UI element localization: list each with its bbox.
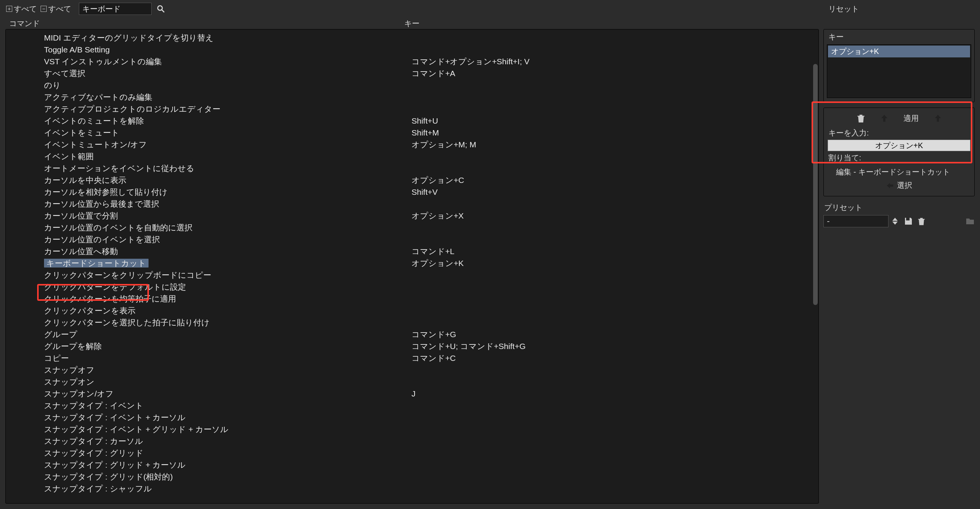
key-label: オプション+X (412, 210, 818, 221)
command-label: Toggle A/B Setting (44, 45, 110, 54)
command-row[interactable]: Toggle A/B Setting (6, 44, 818, 55)
preset-select[interactable]: - (823, 215, 889, 227)
select-label: 選択 (897, 180, 912, 191)
command-label: クリックパターンをデフォルトに設定 (44, 282, 186, 291)
reset-button[interactable]: リセット (828, 4, 859, 14)
command-row[interactable]: クリックパターンをデフォルトに設定 (6, 281, 818, 293)
command-row[interactable]: カーソル位置のイベントを選択 (6, 233, 818, 245)
assigned-keys-panel: キー オプション+K (823, 29, 975, 102)
keys-header: キー (827, 31, 971, 44)
arrow-up-icon[interactable] (880, 114, 888, 122)
preset-spinner[interactable] (892, 215, 900, 227)
command-label: スナップタイプ : イベント (44, 401, 144, 410)
command-label: キーボードショートカット (44, 259, 149, 268)
command-row[interactable]: スナップオフ (6, 364, 818, 376)
key-list[interactable]: オプション+K (827, 44, 971, 98)
command-row[interactable]: カーソル位置で分割オプション+X (6, 210, 818, 222)
command-row[interactable]: グループを解除コマンド+U; コマンド+Shift+G (6, 340, 818, 352)
expand-all-button[interactable]: + すべて (6, 4, 37, 14)
command-row[interactable]: クリックパターンを均等拍子に適用 (6, 293, 818, 305)
command-label: カーソル位置のイベントを自動的に選択 (44, 223, 193, 232)
trash-icon[interactable] (857, 113, 865, 123)
scrollbar[interactable] (813, 64, 818, 305)
search-input[interactable] (79, 3, 152, 15)
key-label: コマンド+U; コマンド+Shift+G (412, 341, 818, 352)
command-row[interactable]: クリックパターンを選択した拍子に貼り付け (6, 316, 818, 328)
key-input[interactable] (828, 140, 970, 151)
assigned-label: 割り当て: (828, 153, 970, 163)
preset-panel: プリセット - (823, 202, 975, 227)
folder-icon[interactable] (965, 217, 975, 226)
expand-all-label: すべて (14, 4, 37, 14)
command-row[interactable]: アクティブなパートのみ編集 (6, 91, 818, 103)
search-icon[interactable] (155, 3, 166, 14)
save-icon[interactable] (904, 217, 913, 226)
apply-panel: 適用 キーを入力: 割り当て: 編集 - キーボードショートカット 選択 (823, 108, 975, 196)
command-row[interactable]: スナップタイプ : グリッド + カーソル (6, 459, 818, 471)
columns-header: コマンド キー (0, 18, 980, 29)
command-row[interactable]: VST インストゥルメントの編集コマンド+オプション+Shift+I; V (6, 55, 818, 67)
command-label: カーソル位置で分割 (44, 211, 118, 220)
command-row[interactable]: スナップタイプ : イベント (6, 400, 818, 411)
command-row[interactable]: スナップタイプ : グリッド(相対的) (6, 471, 818, 483)
command-row[interactable]: スナップタイプ : カーソル (6, 435, 818, 447)
command-label: スナップタイプ : グリッド + カーソル (44, 460, 186, 469)
command-row[interactable]: クリックパターンをクリップボードにコピー (6, 269, 818, 281)
preset-value: - (827, 216, 830, 226)
command-row[interactable]: MIDI エディターのグリッドタイプを切り替え (6, 32, 818, 44)
command-label: イベントのミュートを解除 (44, 116, 144, 125)
svg-point-0 (158, 6, 162, 10)
key-label: コマンド+A (412, 68, 818, 79)
key-input-label: キーを入力: (828, 128, 970, 138)
command-row[interactable]: アクティブプロジェクトのロジカルエディター (6, 103, 818, 115)
command-label: アクティブなパートのみ編集 (44, 93, 152, 101)
arrow-left-icon[interactable] (886, 181, 894, 190)
command-row[interactable]: スナップオン (6, 376, 818, 388)
command-row[interactable]: カーソルを中央に表示オプション+C (6, 174, 818, 186)
svg-line-1 (162, 10, 164, 12)
command-row[interactable]: スナップオン/オフJ (6, 388, 818, 400)
command-row[interactable]: イベント範囲 (6, 150, 818, 162)
key-label: コマンド+G (412, 329, 818, 340)
column-header-command: コマンド (9, 18, 404, 29)
command-row[interactable]: イベントをミュートShift+M (6, 127, 818, 139)
command-row[interactable]: クリックパターンを表示 (6, 305, 818, 316)
command-label: コピー (44, 354, 69, 362)
command-row[interactable]: スナップタイプ : シャッフル (6, 483, 818, 494)
command-label: グループ (44, 330, 77, 339)
column-header-key: キー (404, 18, 980, 29)
chevron-down-icon[interactable] (892, 222, 898, 225)
command-row[interactable]: カーソル位置から最後まで選択 (6, 198, 818, 210)
command-list-panel: MIDI エディターのグリッドタイプを切り替えToggle A/B Settin… (5, 29, 819, 504)
command-label: イベントミュートオン/オフ (44, 140, 147, 149)
command-row[interactable]: グループコマンド+G (6, 328, 818, 340)
command-label: イベント範囲 (44, 152, 94, 161)
command-row[interactable]: スナップタイプ : イベント + グリッド + カーソル (6, 423, 818, 435)
command-row[interactable]: イベントのミュートを解除Shift+U (6, 115, 818, 127)
command-label: スナップタイプ : グリッド(相対的) (44, 472, 173, 481)
toolbar: + すべて − すべて リセット (0, 0, 980, 18)
command-row[interactable]: スナップタイプ : グリッド (6, 447, 818, 459)
arrow-up-icon[interactable] (934, 114, 942, 122)
command-row[interactable]: カーソル位置のイベントを自動的に選択 (6, 222, 818, 233)
command-label: スナップオン/オフ (44, 389, 114, 398)
command-row[interactable]: キーボードショートカットオプション+K (6, 257, 818, 269)
command-row[interactable]: カーソルを相対参照して貼り付けShift+V (6, 186, 818, 198)
command-row[interactable]: のり (6, 79, 818, 91)
key-label: コマンド+オプション+Shift+I; V (412, 56, 818, 67)
plus-square-icon: + (6, 6, 12, 12)
collapse-all-button[interactable]: − すべて (41, 4, 71, 14)
command-row[interactable]: オートメーションをイベントに従わせる (6, 162, 818, 174)
command-row[interactable]: カーソル位置へ移動コマンド+L (6, 245, 818, 257)
chevron-up-icon[interactable] (892, 218, 898, 221)
command-label: VST インストゥルメントの編集 (44, 57, 162, 66)
key-list-item[interactable]: オプション+K (828, 46, 970, 57)
preset-label: プリセット (824, 202, 975, 213)
command-row[interactable]: コピーコマンド+C (6, 352, 818, 364)
command-row[interactable]: イベントミュートオン/オフオプション+M; M (6, 139, 818, 150)
command-row[interactable]: スナップタイプ : イベント + カーソル (6, 411, 818, 423)
command-label: イベントをミュート (44, 128, 119, 137)
command-row[interactable]: すべて選択コマンド+A (6, 67, 818, 79)
command-label: オートメーションをイベントに従わせる (44, 164, 194, 173)
trash-icon[interactable] (917, 217, 926, 226)
